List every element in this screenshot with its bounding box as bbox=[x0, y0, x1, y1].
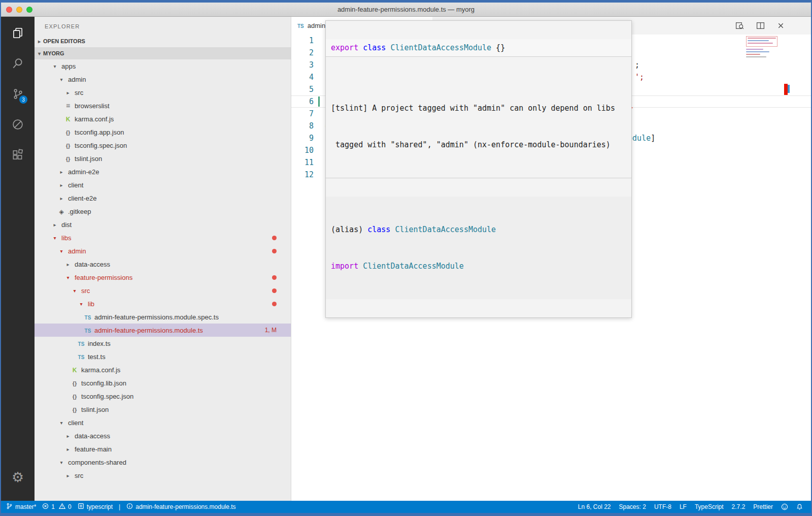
chevron-right-icon bbox=[63, 446, 73, 452]
hover-signature: export class ClientDataAccessModule {} bbox=[326, 39, 631, 57]
hover-alias-block: (alias) class ClientDataAccessModule imp… bbox=[326, 197, 631, 299]
workspace-root-label: MYORG bbox=[43, 50, 64, 56]
chevron-down-icon bbox=[57, 248, 66, 254]
tree-file-tsconfig.lib.json[interactable]: tsconfig.lib.json bbox=[35, 376, 291, 390]
chevron-right-icon bbox=[63, 433, 73, 439]
tree-folder-apps[interactable]: apps bbox=[35, 59, 291, 73]
split-editor-icon[interactable] bbox=[756, 21, 765, 30]
tree-file-admin-feature-permissions.module.spec.ts[interactable]: admin-feature-permissions.module.spec.ts bbox=[35, 310, 291, 324]
tree-item-label: client bbox=[68, 181, 83, 189]
linter-status[interactable]: typescript bbox=[78, 503, 113, 511]
warning-count[interactable]: 0 bbox=[59, 503, 72, 511]
close-editor-icon[interactable] bbox=[777, 22, 785, 29]
overview-ruler-info-marker bbox=[788, 85, 790, 93]
branch-indicator[interactable]: master* bbox=[6, 503, 36, 511]
open-changes-icon[interactable] bbox=[735, 21, 744, 30]
minimap[interactable] bbox=[746, 36, 777, 59]
explorer-icon[interactable] bbox=[9, 24, 27, 42]
formatter-status[interactable]: Prettier bbox=[753, 503, 773, 510]
tree-folder-admin[interactable]: admin bbox=[35, 73, 291, 86]
traffic-lights bbox=[6, 7, 32, 13]
hover-tooltip: export class ClientDataAccessModule {} [… bbox=[325, 20, 632, 318]
cursor-position[interactable]: Ln 6, Col 22 bbox=[578, 503, 611, 510]
karma-icon bbox=[70, 366, 79, 374]
tree-folder-dist[interactable]: dist bbox=[35, 218, 291, 231]
tree-folder-feature-permissions[interactable]: feature-permissions bbox=[35, 271, 291, 284]
tree-file-tsconfig.app.json[interactable]: tsconfig.app.json bbox=[35, 125, 291, 139]
tree-folder-lib[interactable]: lib bbox=[35, 297, 291, 310]
source-control-icon[interactable]: 3 bbox=[9, 85, 27, 103]
ts-icon bbox=[77, 353, 86, 361]
tree-folder-client[interactable]: client bbox=[35, 416, 291, 429]
chevron-down-icon bbox=[57, 460, 66, 465]
json-icon bbox=[70, 406, 79, 413]
error-count[interactable]: 1 bbox=[42, 503, 55, 511]
tree-folder-admin-e2e[interactable]: admin-e2e bbox=[35, 165, 291, 178]
zoom-button[interactable] bbox=[26, 7, 32, 13]
tree-file-test.ts[interactable]: test.ts bbox=[35, 350, 291, 363]
feedback-smiley-icon[interactable] bbox=[781, 503, 788, 510]
eol-setting[interactable]: LF bbox=[680, 503, 687, 510]
line-number: 10 bbox=[291, 144, 314, 156]
tree-folder-src[interactable]: src bbox=[35, 284, 291, 297]
tree-folder-client[interactable]: client bbox=[35, 178, 291, 191]
minimize-button[interactable] bbox=[16, 7, 22, 13]
hover-import-line: import ClientDataAccessModule bbox=[331, 260, 626, 272]
tree-item-label: apps bbox=[61, 62, 76, 70]
workspace-root-section[interactable]: MYORG bbox=[35, 47, 291, 59]
tree-file-admin-feature-permissions.module.ts[interactable]: admin-feature-permissions.module.ts1, M bbox=[35, 324, 291, 337]
json-icon bbox=[63, 155, 73, 163]
error-count-value: 1 bbox=[51, 503, 55, 510]
tree-item-label: dist bbox=[61, 221, 72, 229]
tree-item-label: src bbox=[75, 89, 83, 96]
tree-item-label: client bbox=[68, 419, 83, 427]
browserslist-icon bbox=[63, 102, 73, 110]
settings-gear-icon[interactable] bbox=[9, 468, 27, 487]
notifications-bell-icon[interactable] bbox=[796, 503, 803, 510]
tree-file-tslint.json[interactable]: tslint.json bbox=[35, 152, 291, 165]
tree-file-tsconfig.spec.json[interactable]: tsconfig.spec.json bbox=[35, 139, 291, 152]
tree-folder-feature-main[interactable]: feature-main bbox=[35, 442, 291, 456]
tree-item-label: data-access bbox=[75, 261, 110, 268]
language-mode[interactable]: TypeScript bbox=[695, 503, 724, 510]
indentation-setting[interactable]: Spaces: 2 bbox=[619, 503, 646, 510]
tree-file-.gitkeep[interactable]: .gitkeep bbox=[35, 205, 291, 218]
tree-item-label: tsconfig.spec.json bbox=[81, 393, 133, 400]
tree-folder-admin[interactable]: admin bbox=[35, 244, 291, 257]
tree-item-label: admin-feature-permissions.module.ts bbox=[94, 327, 203, 334]
error-dot-icon bbox=[272, 236, 277, 240]
encoding-setting[interactable]: UTF-8 bbox=[654, 503, 671, 510]
tree-folder-src[interactable]: src bbox=[35, 469, 291, 482]
tree-folder-client-e2e[interactable]: client-e2e bbox=[35, 191, 291, 205]
tree-item-label: client-e2e bbox=[68, 195, 96, 202]
open-editors-section[interactable]: OPEN EDITORS bbox=[35, 35, 291, 47]
search-icon[interactable] bbox=[9, 54, 27, 73]
tree-file-karma.conf.js[interactable]: karma.conf.js bbox=[35, 363, 291, 376]
tree-item-label: libs bbox=[61, 234, 72, 242]
line-number: 5 bbox=[291, 83, 314, 95]
tree-item-label: karma.conf.js bbox=[75, 115, 114, 123]
tree-file-tslint.json[interactable]: tslint.json bbox=[35, 403, 291, 416]
tree-folder-src[interactable]: src bbox=[35, 86, 291, 99]
tree-folder-libs[interactable]: libs bbox=[35, 231, 291, 244]
error-dot-icon bbox=[272, 249, 277, 253]
tree-folder-data-access[interactable]: data-access bbox=[35, 429, 291, 442]
tslint-icon bbox=[78, 503, 84, 511]
scm-badge: 3 bbox=[19, 95, 27, 104]
ts-version[interactable]: 2.7.2 bbox=[732, 503, 746, 510]
debug-icon[interactable] bbox=[9, 115, 27, 134]
tree-folder-components-shared[interactable]: components-shared bbox=[35, 456, 291, 469]
status-bar: master* 1 0 typescript | admin-feature-p… bbox=[1, 501, 811, 513]
tree-file-browserslist[interactable]: browserslist bbox=[35, 99, 291, 112]
tree-item-label: browserslist bbox=[75, 102, 110, 110]
tree-file-tsconfig.spec.json[interactable]: tsconfig.spec.json bbox=[35, 390, 291, 403]
extensions-icon[interactable] bbox=[9, 146, 27, 164]
line-number: 3 bbox=[291, 59, 314, 71]
tree-folder-data-access[interactable]: data-access bbox=[35, 257, 291, 271]
overview-ruler-error-marker bbox=[784, 84, 788, 95]
chevron-right-icon bbox=[63, 262, 73, 267]
tree-file-karma.conf.js[interactable]: karma.conf.js bbox=[35, 112, 291, 125]
close-button[interactable] bbox=[6, 7, 12, 13]
problem-file-status[interactable]: admin-feature-permissions.module.ts bbox=[126, 503, 235, 511]
tree-file-index.ts[interactable]: index.ts bbox=[35, 337, 291, 350]
